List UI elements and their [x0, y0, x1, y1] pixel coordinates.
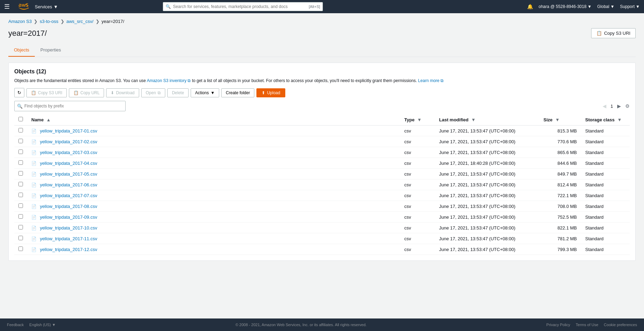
- row-modified-cell: June 17, 2021, 13:53:47 (UTC+08:00): [435, 244, 539, 255]
- file-name-link[interactable]: yellow_tripdata_2017-02.csv: [40, 139, 97, 144]
- row-checkbox-8[interactable]: [18, 214, 23, 219]
- copy-s3-uri-toolbar-button[interactable]: 📋 Copy S3 URI: [26, 88, 67, 97]
- row-modified-cell: June 17, 2021, 13:53:47 (UTC+08:00): [435, 223, 539, 233]
- file-icon: 📄: [31, 215, 37, 220]
- file-name-link[interactable]: yellow_tripdata_2017-12.csv: [40, 247, 97, 252]
- objects-description-mid: to get a list of all objects in your buc…: [192, 78, 418, 83]
- copy-s3-uri-header-label: Copy S3 URI: [604, 31, 630, 36]
- file-name-link[interactable]: yellow_tripdata_2017-09.csv: [40, 215, 97, 220]
- file-icon: 📄: [31, 129, 37, 134]
- create-folder-button[interactable]: Create folder: [221, 88, 254, 97]
- prev-page-button[interactable]: ◀: [601, 103, 608, 110]
- row-size-cell: 844.6 MB: [539, 158, 581, 169]
- file-name-link[interactable]: yellow_tripdata_2017-05.csv: [40, 171, 97, 177]
- file-icon: 📄: [31, 172, 37, 177]
- open-button[interactable]: Open ⧉: [141, 88, 165, 97]
- services-dropdown-button[interactable]: Services ▼: [35, 4, 58, 9]
- file-name-link[interactable]: yellow_tripdata_2017-07.csv: [40, 193, 97, 198]
- inventory-link[interactable]: Amazon S3 inventory ⧉: [147, 78, 191, 83]
- page-header: year=2017/ 📋 Copy S3 URI: [8, 28, 636, 38]
- region-chevron-icon: ▼: [610, 4, 614, 9]
- table-body: 📄 yellow_tripdata_2017-01.csv csv June 1…: [14, 126, 630, 255]
- support-button[interactable]: Support ▼: [620, 4, 640, 9]
- delete-button[interactable]: Delete: [167, 88, 189, 97]
- file-name-link[interactable]: yellow_tripdata_2017-10.csv: [40, 225, 97, 231]
- row-type-cell: csv: [400, 169, 435, 179]
- table-row: 📄 yellow_tripdata_2017-10.csv csv June 1…: [14, 223, 630, 233]
- file-name-link[interactable]: yellow_tripdata_2017-11.csv: [40, 236, 97, 241]
- table-header-row: Name ▲ Type ▼ Last modified ▼ Size ▼ Sto: [14, 114, 630, 126]
- file-name-link[interactable]: yellow_tripdata_2017-04.csv: [40, 161, 97, 166]
- row-checkbox-cell: [14, 126, 27, 136]
- row-checkbox-7[interactable]: [18, 203, 23, 208]
- row-modified-cell: June 17, 2021, 13:53:47 (UTC+08:00): [435, 147, 539, 158]
- th-modified[interactable]: Last modified ▼: [435, 114, 539, 126]
- row-checkbox-9[interactable]: [18, 225, 23, 229]
- row-checkbox-cell: [14, 147, 27, 158]
- table-row: 📄 yellow_tripdata_2017-08.csv csv June 1…: [14, 201, 630, 212]
- file-name-link[interactable]: yellow_tripdata_2017-06.csv: [40, 182, 97, 187]
- table-header: Name ▲ Type ▼ Last modified ▼ Size ▼ Sto: [14, 114, 630, 126]
- row-name-cell: 📄 yellow_tripdata_2017-08.csv: [27, 201, 400, 212]
- copy-s3-uri-header-button[interactable]: 📋 Copy S3 URI: [591, 28, 636, 38]
- row-size-cell: 781.2 MB: [539, 233, 581, 244]
- actions-dropdown-button[interactable]: Actions ▼: [191, 88, 219, 97]
- row-checkbox-1[interactable]: [18, 139, 23, 143]
- row-checkbox-11[interactable]: [18, 247, 23, 251]
- file-name-link[interactable]: yellow_tripdata_2017-01.csv: [40, 128, 97, 134]
- notifications-button[interactable]: 🔔: [527, 4, 533, 9]
- row-checkbox-cell: [14, 201, 27, 212]
- th-size[interactable]: Size ▼: [539, 114, 581, 126]
- row-checkbox-10[interactable]: [18, 236, 23, 240]
- row-storage-cell: Standard: [581, 136, 630, 147]
- aws-logo: [18, 3, 29, 10]
- row-checkbox-6[interactable]: [18, 193, 23, 197]
- prefix-search-input[interactable]: [14, 101, 126, 111]
- table-settings-button[interactable]: ⚙: [625, 103, 630, 109]
- row-checkbox-0[interactable]: [18, 128, 23, 132]
- download-button[interactable]: ⬇ Download: [106, 88, 139, 97]
- global-search-bar: 🔍 [Alt+S]: [163, 2, 323, 11]
- row-checkbox-2[interactable]: [18, 150, 23, 154]
- row-checkbox-5[interactable]: [18, 182, 23, 186]
- next-page-button[interactable]: ▶: [616, 103, 622, 110]
- file-icon: 📄: [31, 236, 37, 241]
- page-wrapper: Amazon S3 ❯ s3-to-oss ❯ aws_src_csv/ ❯ y…: [0, 13, 644, 318]
- row-modified-cell: June 17, 2021, 18:40:28 (UTC+08:00): [435, 158, 539, 169]
- row-checkbox-3[interactable]: [18, 160, 23, 165]
- th-type[interactable]: Type ▼: [400, 114, 435, 126]
- region-label: Global: [597, 4, 609, 9]
- tab-properties[interactable]: Properties: [35, 44, 66, 57]
- breadcrumb-sep-2: ❯: [61, 19, 64, 24]
- row-storage-cell: Standard: [581, 190, 630, 201]
- file-name-link[interactable]: yellow_tripdata_2017-03.csv: [40, 150, 97, 155]
- tab-objects[interactable]: Objects: [8, 44, 35, 57]
- th-name[interactable]: Name ▲: [27, 114, 400, 126]
- refresh-button[interactable]: ↻: [14, 88, 24, 97]
- objects-description: Objects are the fundamental entities sto…: [14, 78, 630, 84]
- th-storage[interactable]: Storage class ▼: [581, 114, 630, 126]
- breadcrumb-item-folder[interactable]: aws_src_csv/: [66, 19, 94, 24]
- row-modified-cell: June 17, 2021, 13:53:47 (UTC+08:00): [435, 212, 539, 223]
- row-name-cell: 📄 yellow_tripdata_2017-03.csv: [27, 147, 400, 158]
- row-storage-cell: Standard: [581, 201, 630, 212]
- breadcrumb-item-s3[interactable]: Amazon S3: [8, 19, 32, 24]
- row-checkbox-4[interactable]: [18, 171, 23, 176]
- copy-url-button[interactable]: 📋 Copy URL: [69, 88, 104, 97]
- hamburger-menu-button[interactable]: ☰: [4, 3, 13, 10]
- objects-table: Name ▲ Type ▼ Last modified ▼ Size ▼ Sto: [14, 114, 630, 255]
- upload-button[interactable]: ⬆ Upload: [256, 88, 285, 97]
- row-type-cell: csv: [400, 158, 435, 169]
- row-name-cell: 📄 yellow_tripdata_2017-12.csv: [27, 244, 400, 255]
- row-storage-cell: Standard: [581, 212, 630, 223]
- global-search-input[interactable]: [163, 2, 323, 11]
- select-all-checkbox[interactable]: [18, 117, 23, 121]
- region-button[interactable]: Global ▼: [597, 4, 614, 9]
- row-checkbox-cell: [14, 136, 27, 147]
- row-modified-cell: June 17, 2021, 13:53:47 (UTC+08:00): [435, 126, 539, 136]
- table-row: 📄 yellow_tripdata_2017-09.csv csv June 1…: [14, 212, 630, 223]
- user-account-button[interactable]: ohara @ 5528-8946-3018 ▼: [539, 4, 592, 9]
- file-name-link[interactable]: yellow_tripdata_2017-08.csv: [40, 204, 97, 209]
- breadcrumb-item-bucket[interactable]: s3-to-oss: [40, 19, 58, 24]
- learn-more-link[interactable]: Learn more ⧉: [418, 78, 444, 83]
